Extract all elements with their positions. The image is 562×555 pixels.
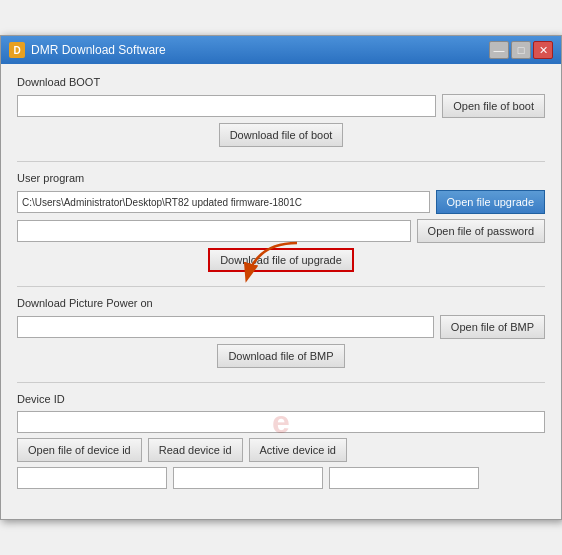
picture-power-label: Download Picture Power on: [17, 297, 545, 309]
picture-power-row1: Open file of BMP: [17, 315, 545, 339]
device-id-label: Device ID: [17, 393, 545, 405]
maximize-button[interactable]: □: [511, 41, 531, 59]
device-id-row3: [17, 467, 545, 489]
open-file-of-password-button[interactable]: Open file of password: [417, 219, 545, 243]
device-id-sub-input3[interactable]: [329, 467, 479, 489]
open-file-upgrade-button[interactable]: Open file upgrade: [436, 190, 545, 214]
device-id-section: Device ID e Open file of device id Read …: [17, 393, 545, 489]
device-id-input-container: e: [17, 411, 545, 433]
title-controls: — □ ✕: [489, 41, 553, 59]
user-program-row2: Open file of password: [17, 219, 545, 243]
user-program-label: User program: [17, 172, 545, 184]
boot-file-input[interactable]: [17, 95, 436, 117]
app-icon: D: [9, 42, 25, 58]
open-file-of-boot-button[interactable]: Open file of boot: [442, 94, 545, 118]
boot-row1: Open file of boot: [17, 94, 545, 118]
boot-section: Download BOOT Open file of boot Download…: [17, 76, 545, 147]
download-file-of-bmp-button[interactable]: Download file of BMP: [217, 344, 344, 368]
title-bar: D DMR Download Software — □ ✕: [1, 36, 561, 64]
download-file-of-upgrade-button[interactable]: Download file of upgrade: [208, 248, 354, 272]
download-file-of-boot-button[interactable]: Download file of boot: [219, 123, 344, 147]
main-window: D DMR Download Software — □ ✕ Download B…: [0, 35, 562, 520]
boot-section-label: Download BOOT: [17, 76, 545, 88]
user-program-row1: Open file upgrade: [17, 190, 545, 214]
read-device-id-button[interactable]: Read device id: [148, 438, 243, 462]
divider1: [17, 161, 545, 162]
divider3: [17, 382, 545, 383]
device-id-sub-input2[interactable]: [173, 467, 323, 489]
password-input[interactable]: [17, 220, 411, 242]
bmp-file-input[interactable]: [17, 316, 434, 338]
open-file-of-bmp-button[interactable]: Open file of BMP: [440, 315, 545, 339]
device-id-row1: [17, 411, 545, 433]
open-file-of-device-id-button[interactable]: Open file of device id: [17, 438, 142, 462]
window-title: DMR Download Software: [31, 43, 166, 57]
picture-power-row2: Download file of BMP: [17, 344, 545, 368]
divider2: [17, 286, 545, 287]
device-id-row2: Open file of device id Read device id Ac…: [17, 438, 545, 462]
window-content: Download BOOT Open file of boot Download…: [1, 64, 561, 519]
user-program-section: User program Open file upgrade Open file…: [17, 172, 545, 272]
title-bar-left: D DMR Download Software: [9, 42, 166, 58]
device-id-input[interactable]: [17, 411, 545, 433]
user-program-path-input[interactable]: [17, 191, 430, 213]
active-device-id-button[interactable]: Active device id: [249, 438, 347, 462]
picture-power-section: Download Picture Power on Open file of B…: [17, 297, 545, 368]
user-program-row3: Download file of upgrade: [17, 248, 545, 272]
device-id-sub-input1[interactable]: [17, 467, 167, 489]
minimize-button[interactable]: —: [489, 41, 509, 59]
close-button[interactable]: ✕: [533, 41, 553, 59]
boot-row2: Download file of boot: [17, 123, 545, 147]
